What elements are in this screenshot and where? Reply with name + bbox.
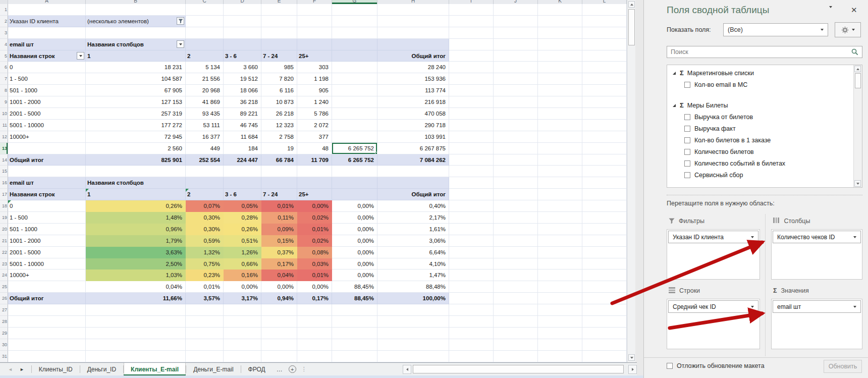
grid-cell[interactable]	[377, 166, 449, 177]
grid-cell[interactable]	[8, 339, 86, 351]
grid-cell[interactable]: 0,08%	[297, 247, 332, 258]
row-header-16[interactable]: 16	[0, 177, 8, 189]
grid-cell[interactable]: 3 - 6	[224, 189, 261, 200]
grid-cell[interactable]: 19 512	[224, 73, 261, 85]
grid-cell[interactable]	[377, 339, 449, 351]
columns-area[interactable]: Количество чеков ID	[771, 229, 862, 280]
grid-cell[interactable]: 303	[297, 62, 332, 73]
grid-cell[interactable]	[538, 4, 582, 16]
grid-cell[interactable]	[86, 304, 186, 316]
grid-cell[interactable]: 252 554	[186, 154, 224, 166]
grid-cell[interactable]: 905	[297, 85, 332, 96]
grid-cell[interactable]	[538, 108, 582, 120]
scroll-right-button[interactable]	[628, 365, 637, 374]
rows-area[interactable]: Средний чек ID	[667, 299, 760, 349]
grid-cell[interactable]: 0,16%	[224, 269, 261, 281]
grid-cell[interactable]	[449, 143, 494, 154]
grid-cell[interactable]	[582, 166, 627, 177]
fill-handle[interactable]	[375, 152, 377, 154]
grid-cell[interactable]: email шт	[8, 177, 86, 189]
grid-cell[interactable]	[582, 189, 627, 200]
grid-cell[interactable]: 41 869	[186, 96, 224, 108]
grid-cell[interactable]: 501 - 1000	[8, 85, 86, 96]
grid-cell[interactable]: 6 116	[261, 85, 297, 96]
field-checkbox[interactable]	[684, 160, 690, 167]
grid-cell[interactable]	[86, 328, 186, 339]
grid-cell[interactable]: 1	[86, 189, 186, 200]
row-header-21[interactable]: 21	[0, 235, 8, 247]
grid-cell[interactable]: 5001 - 10000	[8, 120, 86, 131]
grid-cell[interactable]	[449, 39, 494, 50]
field-checkbox[interactable]	[684, 149, 690, 155]
grid-cell[interactable]	[186, 177, 224, 189]
grid-cell[interactable]	[377, 16, 449, 27]
grid-cell[interactable]: 0,59%	[186, 235, 224, 247]
grid-cell[interactable]	[449, 27, 494, 39]
grid-cell[interactable]	[8, 27, 86, 39]
grid-cell[interactable]	[582, 96, 627, 108]
grid-cell[interactable]: Названия строк	[8, 50, 86, 62]
grid-cell[interactable]	[377, 27, 449, 39]
grid-cell[interactable]	[8, 166, 86, 177]
grid-cell[interactable]	[86, 27, 186, 39]
grid-cell[interactable]	[449, 154, 494, 166]
grid-cell[interactable]	[494, 212, 538, 224]
grid-cell[interactable]	[538, 120, 582, 131]
grid-cell[interactable]	[582, 73, 627, 85]
scroll-down-button[interactable]	[628, 354, 635, 361]
grid-cell[interactable]	[297, 39, 332, 50]
grid-cell[interactable]: 2	[186, 189, 224, 200]
grid-cell[interactable]	[186, 304, 224, 316]
grid-cell[interactable]: 25+	[297, 50, 332, 62]
grid-cell[interactable]	[332, 339, 377, 351]
grid-cell[interactable]: 2001 - 5000	[8, 108, 86, 120]
field-item[interactable]: Кол-во email в МС	[667, 79, 853, 90]
grid-cell[interactable]	[449, 4, 494, 16]
grid-cell[interactable]	[224, 177, 261, 189]
grid-cell[interactable]: 177 272	[86, 120, 186, 131]
grid-cell[interactable]	[538, 154, 582, 166]
defer-layout-checkbox[interactable]	[667, 363, 673, 369]
grid-cell[interactable]	[494, 4, 538, 16]
scroll-up-button[interactable]	[628, 1, 635, 8]
filters-area[interactable]: Указан ID клиента	[667, 229, 760, 280]
grid-cell[interactable]: 2 758	[261, 131, 297, 143]
grid-cell[interactable]: 18 231	[86, 62, 186, 73]
grid-cell[interactable]: 19	[261, 143, 297, 154]
grid-cell[interactable]	[494, 154, 538, 166]
grid-cell[interactable]	[332, 50, 377, 62]
grid-cell[interactable]: 0,05%	[224, 200, 261, 212]
horizontal-scroll-track[interactable]	[411, 365, 628, 374]
grid-cell[interactable]	[538, 62, 582, 73]
grid-cell[interactable]: 0,96%	[86, 224, 186, 235]
grid-cell[interactable]	[538, 224, 582, 235]
grid-cell[interactable]	[449, 50, 494, 62]
grid-cell[interactable]	[332, 304, 377, 316]
row-header-31[interactable]: 31	[0, 351, 8, 362]
grid-cell[interactable]	[494, 85, 538, 96]
grid-cell[interactable]	[297, 27, 332, 39]
grid-cell[interactable]	[297, 328, 332, 339]
grid-cell[interactable]	[186, 339, 224, 351]
grid-cell[interactable]	[261, 316, 297, 328]
grid-cell[interactable]: 7 - 24	[261, 50, 297, 62]
grid-cell[interactable]	[224, 166, 261, 177]
grid-cell[interactable]: 0,02%	[297, 235, 332, 247]
row-header-4[interactable]: 4	[0, 39, 8, 50]
filter-funnel-icon[interactable]	[177, 17, 184, 25]
grid-cell[interactable]: 1,48%	[86, 212, 186, 224]
grid-cell[interactable]: 0,15%	[261, 235, 297, 247]
vertical-scroll-thumb[interactable]	[628, 9, 635, 45]
grid-cell[interactable]	[377, 304, 449, 316]
grid-cell[interactable]	[224, 304, 261, 316]
grid-cell[interactable]	[377, 177, 449, 189]
row-header-19[interactable]: 19	[0, 212, 8, 224]
grid-cell[interactable]	[494, 269, 538, 281]
row-header-8[interactable]: 8	[0, 85, 8, 96]
grid-cell[interactable]: 11 709	[297, 154, 332, 166]
grid-cell[interactable]	[538, 16, 582, 27]
row-header-17[interactable]: 17	[0, 189, 8, 200]
field-checkbox[interactable]	[684, 82, 690, 88]
grid-cell[interactable]: 26 218	[261, 108, 297, 120]
grid-cell[interactable]	[449, 235, 494, 247]
